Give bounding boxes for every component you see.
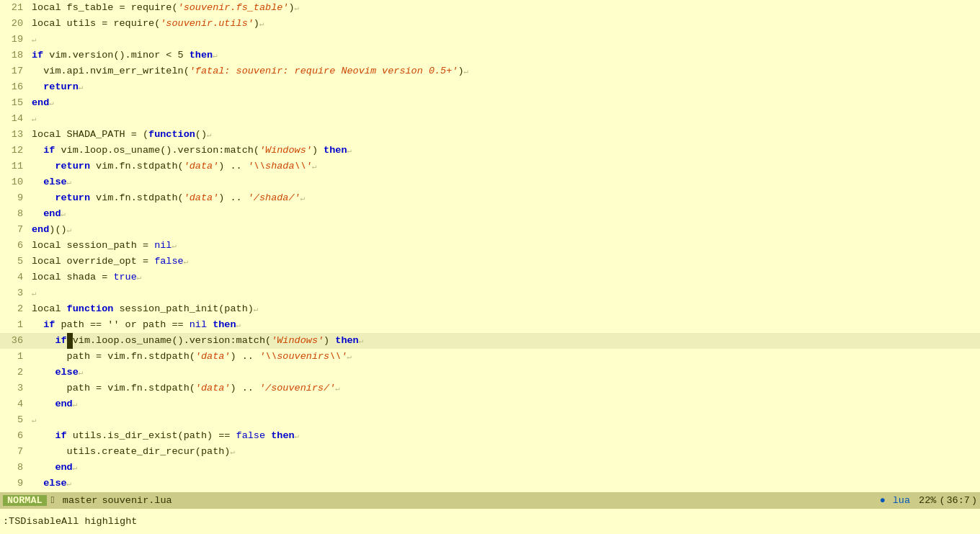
line-content: return↵ xyxy=(29,79,980,95)
git-branch:  master xyxy=(51,495,98,506)
line-content: local utils = require('souvenir.utils')↵ xyxy=(29,16,980,32)
line-number: 3 xyxy=(0,285,29,301)
line-content: end)()↵ xyxy=(29,222,980,238)
line-content: if path == '' or path == nil then↵ xyxy=(29,317,980,333)
line-number: 7 xyxy=(0,444,29,460)
line-content: end↵ xyxy=(29,460,980,476)
line-content: local fs_table = require('souvenir.fs_ta… xyxy=(29,0,980,16)
line-number: 1 xyxy=(0,317,29,333)
line-content: path = vim.fn.stdpath('data') .. '/souve… xyxy=(29,381,980,396)
line-number: 12 xyxy=(0,143,29,159)
status-bar: NORMAL  master souvenir.lua ● lua 22% (… xyxy=(0,492,980,508)
command-line: :TSDisableAll highlight xyxy=(0,508,980,534)
line-content: local SHADA_PATH = (function()↵ xyxy=(29,127,980,143)
line-number: 15 xyxy=(0,95,29,111)
line-number: 7 xyxy=(0,222,29,238)
line-number: 11 xyxy=(0,159,29,174)
line-number: 19 xyxy=(0,32,29,48)
line-content: return vim.fn.stdpath('data') .. '\\shad… xyxy=(29,159,980,174)
line-content: if vim.loop.os_uname().version:match('Wi… xyxy=(29,143,980,159)
line-number: 17 xyxy=(0,63,29,79)
paren-open: ( xyxy=(939,495,945,506)
file-name: souvenir.lua xyxy=(102,495,172,506)
file-percent: 22% xyxy=(919,495,936,506)
line-number: 36 xyxy=(0,333,29,349)
line-number: 13 xyxy=(0,127,29,143)
line-content: ↵ xyxy=(29,285,980,301)
code-editor[interactable]: 21local fs_table = require('souvenir.fs_… xyxy=(0,0,980,508)
line-content: path = vim.fn.stdpath('data') .. '\\souv… xyxy=(29,349,980,365)
line-content: local function session_path_init(path)↵ xyxy=(29,301,980,317)
line-number: 9 xyxy=(0,476,29,491)
line-number: 5 xyxy=(0,412,29,428)
line-number: 4 xyxy=(0,396,29,412)
line-number: 18 xyxy=(0,48,29,63)
code-lines: 21local fs_table = require('souvenir.fs_… xyxy=(0,0,980,508)
line-content: if vim.version().minor < 5 then↵ xyxy=(29,48,980,63)
line-content: end↵ xyxy=(29,396,980,412)
line-number: 2 xyxy=(0,365,29,381)
line-content: ↵ xyxy=(29,111,980,127)
line-content: local override_opt = false↵ xyxy=(29,254,980,270)
line-content: return vim.fn.stdpath('data') .. '/shada… xyxy=(29,190,980,206)
line-content: if utils.is_dir_exist(path) == false the… xyxy=(29,428,980,444)
paren-close: ) xyxy=(971,495,977,506)
line-number: 8 xyxy=(0,460,29,476)
line-number: 10 xyxy=(0,174,29,190)
line-content: else↵ xyxy=(29,476,980,491)
cmdline-text: :TSDisableAll highlight xyxy=(3,516,137,527)
line-number: 20 xyxy=(0,16,29,32)
line-number: 6 xyxy=(0,238,29,254)
line-number: 4 xyxy=(0,270,29,285)
line-content: utils.create_dir_recur(path)↵ xyxy=(29,444,980,460)
filetype-dot: ● xyxy=(880,495,886,506)
file-type: lua xyxy=(893,495,910,506)
line-number: 1 xyxy=(0,349,29,365)
line-number: 8 xyxy=(0,206,29,222)
line-content: else↵ xyxy=(29,174,980,190)
vim-mode: NORMAL xyxy=(3,495,47,506)
line-number: 21 xyxy=(0,0,29,16)
line-number: 2 xyxy=(0,301,29,317)
line-content: end↵ xyxy=(29,95,980,111)
line-number: 6 xyxy=(0,428,29,444)
line-content: else↵ xyxy=(29,365,980,381)
line-content: local shada = true↵ xyxy=(29,270,980,285)
line-content: ↵ xyxy=(29,32,980,48)
line-number: 16 xyxy=(0,79,29,95)
line-content: if vim.loop.os_uname().version:match('Wi… xyxy=(29,333,980,349)
line-content: end↵ xyxy=(29,206,980,222)
line-number: 3 xyxy=(0,381,29,396)
line-number: 14 xyxy=(0,111,29,127)
line-content: ↵ xyxy=(29,412,980,428)
line-number: 9 xyxy=(0,190,29,206)
line-content: local session_path = nil↵ xyxy=(29,238,980,254)
line-number: 5 xyxy=(0,254,29,270)
line-content: vim.api.nvim_err_writeln('fatal: souveni… xyxy=(29,63,980,79)
cursor-position: 36:7 xyxy=(946,495,969,506)
